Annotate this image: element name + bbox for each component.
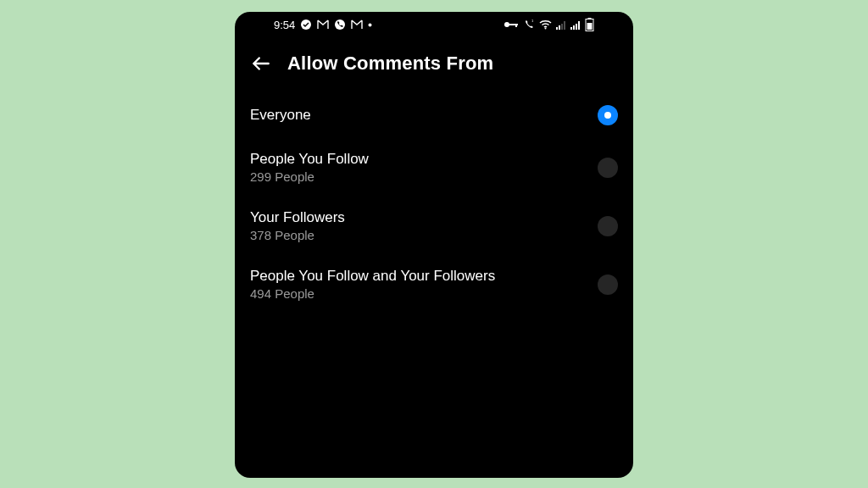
battery-icon	[585, 18, 594, 31]
options-list: Everyone People You Follow 299 People Yo…	[235, 93, 633, 314]
status-bar: 9:54 1	[235, 12, 633, 37]
signal-small-icon	[556, 20, 566, 30]
circle-icon	[300, 19, 312, 30]
option-title: Everyone	[250, 107, 311, 124]
option-your-followers[interactable]: Your Followers 378 People	[250, 197, 618, 256]
dot-icon	[368, 23, 372, 27]
key-icon	[504, 20, 519, 29]
option-text: Everyone	[250, 107, 311, 124]
page-title: Allow Comments From	[287, 53, 493, 75]
phone-screen: 9:54 1	[235, 12, 633, 478]
svg-rect-10	[561, 24, 563, 30]
svg-rect-12	[570, 27, 572, 30]
svg-rect-15	[578, 21, 580, 30]
radio-unselected-icon	[598, 274, 618, 295]
wifi-icon	[539, 19, 552, 30]
arrow-left-icon	[250, 53, 272, 75]
svg-rect-9	[559, 25, 560, 30]
svg-rect-18	[587, 23, 593, 30]
svg-rect-11	[564, 21, 565, 30]
page-header: Allow Comments From	[235, 37, 633, 93]
option-everyone[interactable]: Everyone	[250, 93, 618, 139]
volte-icon: 1	[523, 19, 535, 30]
option-subtitle: 494 People	[250, 286, 495, 301]
status-bar-right: 1	[504, 18, 594, 31]
option-text: People You Follow and Your Followers 494…	[250, 268, 495, 301]
status-time: 9:54	[274, 19, 295, 31]
radio-selected-icon	[598, 105, 618, 125]
option-people-you-follow-and-followers[interactable]: People You Follow and Your Followers 494…	[250, 256, 618, 314]
gmail-icon	[317, 19, 329, 30]
gmail-icon	[351, 19, 363, 30]
option-people-you-follow[interactable]: People You Follow 299 People	[250, 139, 618, 197]
svg-text:1: 1	[531, 19, 534, 23]
svg-rect-13	[573, 25, 575, 30]
radio-unselected-icon	[598, 158, 618, 178]
svg-point-7	[545, 28, 547, 30]
option-text: People You Follow 299 People	[250, 151, 369, 184]
option-title: People You Follow and Your Followers	[250, 268, 495, 285]
svg-point-2	[369, 23, 372, 26]
signal-icon	[570, 20, 581, 30]
option-title: People You Follow	[250, 151, 369, 168]
back-button[interactable]	[250, 53, 272, 75]
option-subtitle: 378 People	[250, 228, 345, 242]
svg-point-1	[335, 19, 345, 30]
phone-circle-icon	[334, 19, 346, 30]
svg-rect-14	[576, 24, 577, 30]
svg-rect-5	[515, 24, 517, 27]
option-text: Your Followers 378 People	[250, 209, 345, 242]
option-subtitle: 299 People	[250, 169, 369, 184]
status-bar-left: 9:54	[274, 19, 372, 31]
radio-unselected-icon	[598, 216, 618, 236]
svg-rect-8	[556, 27, 558, 30]
option-title: Your Followers	[250, 209, 345, 226]
